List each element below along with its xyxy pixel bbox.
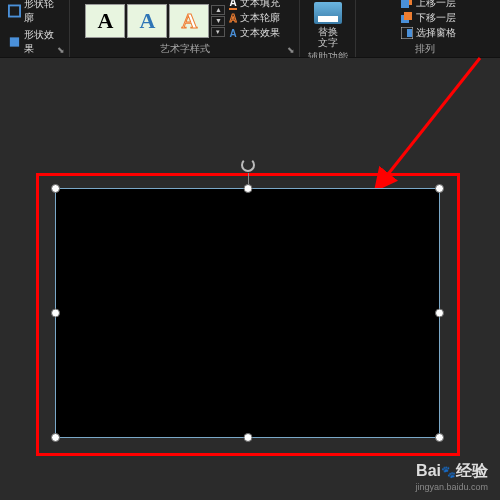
text-effects-label: 文本效果 — [240, 26, 280, 40]
resize-handle-bottom-center[interactable] — [243, 433, 252, 442]
resize-handle-middle-left[interactable] — [51, 309, 60, 318]
alt-text-button[interactable]: 替换 文字 — [308, 0, 348, 50]
send-backward-button[interactable]: 下移一层 — [401, 11, 456, 25]
text-fill-label: 文本填充 — [240, 0, 280, 10]
resize-handle-middle-right[interactable] — [435, 309, 444, 318]
rotate-icon — [241, 158, 255, 172]
wordart-dialog-launcher[interactable]: ⬊ — [287, 45, 297, 55]
send-backward-icon — [401, 12, 413, 24]
arrange-group: 上移一层 下移一层 选择窗格 排列 — [356, 0, 500, 57]
shape-outline-label: 形状轮廓 — [24, 0, 61, 25]
ribbon-toolbar: 形状轮廓 形状效果 ⬊ A A A ▲ ▼ ▾ — [0, 0, 500, 58]
svg-rect-5 — [404, 12, 412, 20]
svg-rect-3 — [401, 0, 409, 8]
wordart-group-label: 艺术字样式 — [160, 42, 210, 58]
text-fill-button[interactable]: A 文本填充 — [229, 0, 279, 10]
watermark-paw-icon: 🐾 — [441, 465, 456, 479]
text-outline-button[interactable]: A 文本轮廓 — [229, 11, 279, 25]
rotate-handle[interactable] — [241, 158, 255, 172]
selection-pane-label: 选择窗格 — [416, 26, 456, 40]
svg-rect-7 — [407, 29, 412, 37]
resize-handle-top-left[interactable] — [51, 184, 60, 193]
shape-effects-label: 形状效果 — [24, 28, 61, 56]
svg-rect-0 — [9, 5, 20, 16]
bring-forward-button[interactable]: 上移一层 — [401, 0, 456, 10]
watermark: Bai🐾经验 jingyan.baidu.com — [415, 461, 488, 492]
wordart-styles-group: A A A ▲ ▼ ▾ A 文本填充 A 文本轮廓 A — [70, 0, 300, 57]
bring-forward-icon — [401, 0, 413, 9]
send-backward-label: 下移一层 — [416, 11, 456, 25]
shape-outline-button[interactable]: 形状轮廓 — [6, 0, 63, 26]
text-outline-label: 文本轮廓 — [240, 11, 280, 25]
resize-handle-top-center[interactable] — [243, 184, 252, 193]
bring-forward-label: 上移一层 — [416, 0, 456, 10]
watermark-brand-suffix: 经验 — [456, 462, 488, 479]
shape-effects-icon — [8, 35, 21, 49]
gallery-more[interactable]: ▾ — [211, 27, 225, 37]
text-effects-icon: A — [229, 28, 236, 39]
alt-text-label-2: 文字 — [318, 37, 338, 48]
alt-text-label-1: 替换 — [318, 26, 338, 37]
slide-canvas[interactable]: Bai🐾经验 jingyan.baidu.com — [0, 58, 500, 500]
annotation-arrow — [370, 53, 490, 193]
text-effects-button[interactable]: A 文本效果 — [229, 26, 279, 40]
wordart-style-2[interactable]: A — [127, 4, 167, 38]
shape-styles-group: 形状轮廓 形状效果 ⬊ — [0, 0, 70, 57]
resize-handle-top-right[interactable] — [435, 184, 444, 193]
text-fill-icon: A — [229, 0, 236, 10]
shape-effects-button[interactable]: 形状效果 — [6, 27, 63, 57]
gallery-up[interactable]: ▲ — [211, 5, 225, 15]
watermark-brand-prefix: Bai — [416, 462, 441, 479]
gallery-down[interactable]: ▼ — [211, 16, 225, 26]
text-outline-icon: A — [229, 13, 236, 24]
selection-pane-icon — [401, 27, 413, 39]
alt-text-icon — [314, 2, 342, 24]
shape-rectangle[interactable] — [55, 188, 440, 438]
shape-outline-icon — [8, 4, 21, 18]
selected-shape[interactable] — [55, 188, 440, 438]
selection-pane-button[interactable]: 选择窗格 — [401, 26, 456, 40]
svg-line-9 — [385, 58, 480, 178]
wordart-gallery[interactable]: A A A — [85, 4, 209, 38]
accessibility-group: 替换 文字 辅助功能 — [300, 0, 356, 57]
wordart-style-1[interactable]: A — [85, 4, 125, 38]
shape-dialog-launcher[interactable]: ⬊ — [57, 45, 67, 55]
resize-handle-bottom-right[interactable] — [435, 433, 444, 442]
arrange-group-label: 排列 — [415, 42, 441, 58]
wordart-style-3[interactable]: A — [169, 4, 209, 38]
watermark-site: jingyan.baidu.com — [415, 482, 488, 492]
svg-rect-1 — [10, 37, 19, 46]
resize-handle-bottom-left[interactable] — [51, 433, 60, 442]
